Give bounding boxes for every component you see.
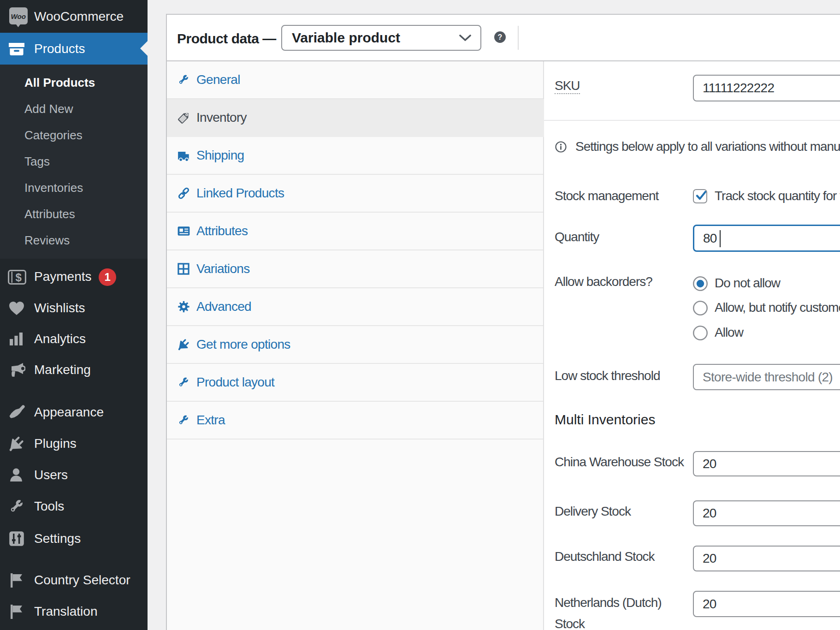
- svg-text:$: $: [16, 271, 22, 284]
- svg-text:Woo: Woo: [11, 12, 26, 20]
- svg-text:?: ?: [498, 33, 503, 41]
